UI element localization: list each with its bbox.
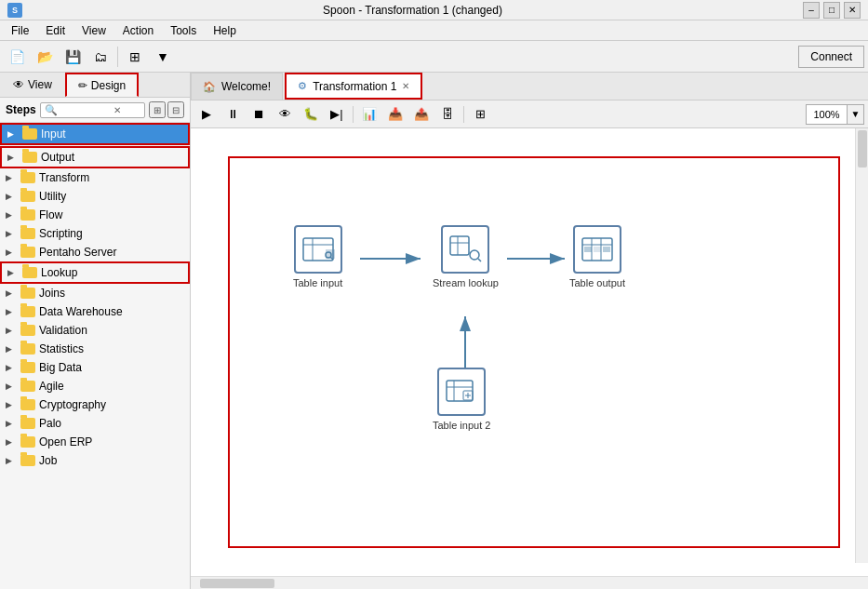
tree-item-output[interactable]: ▶ Output (0, 146, 190, 168)
search-clear-button[interactable]: ✕ (114, 105, 121, 115)
node-label-stream-lookup: Stream lookup (433, 277, 499, 288)
tree-item-bigdata[interactable]: ▶ Big Data (0, 358, 190, 377)
tab-transformation1[interactable]: ⚙ Transformation 1 ✕ (285, 73, 422, 100)
tabs-bar: 🏠 Welcome! ⚙ Transformation 1 ✕ (191, 73, 868, 100)
tree-item-palo[interactable]: ▶ Palo (0, 414, 190, 433)
tree-item-scripting[interactable]: ▶ Scripting (0, 224, 190, 243)
steps-tree: ▶ Input ▶ Output ▶ Transform ▶ Utility (0, 123, 190, 589)
input-fields-button[interactable]: 📥 (383, 103, 407, 126)
tree-item-datawarehouse[interactable]: ▶ Data Warehouse (0, 302, 190, 321)
tree-item-cryptography[interactable]: ▶ Cryptography (0, 395, 190, 414)
show-hide-button[interactable]: ⊞ (468, 103, 492, 126)
new-button[interactable]: 📄 (4, 44, 30, 70)
layers-button[interactable]: ⊞ (122, 44, 148, 70)
menu-bar: File Edit View Action Tools Help (0, 20, 868, 41)
zoom-dropdown[interactable]: ▼ (848, 104, 864, 125)
node-table-output[interactable]: Table output (569, 225, 625, 288)
run-button[interactable]: ▶ (194, 103, 219, 126)
folder-icon-validation (20, 325, 35, 336)
dropdown-button[interactable]: ▼ (150, 44, 176, 70)
tree-label-pentaho: Pentaho Server (39, 246, 116, 259)
folder-icon-joins (20, 288, 35, 299)
horizontal-scroll-thumb[interactable] (200, 579, 274, 588)
tab-close-button[interactable]: ✕ (402, 81, 409, 91)
tree-arrow-output: ▶ (7, 153, 19, 162)
node-table-input[interactable]: Table input (293, 225, 342, 288)
folder-icon-lookup (22, 267, 37, 278)
design-tab[interactable]: ✏ Design (65, 73, 139, 97)
connect-button[interactable]: Connect (798, 46, 864, 68)
pause-button[interactable]: ⏸ (220, 103, 245, 126)
folder-icon-statistics (20, 343, 35, 355)
tree-item-utility[interactable]: ▶ Utility (0, 187, 190, 206)
tree-item-input[interactable]: ▶ Input (0, 123, 190, 145)
open-button[interactable]: 📂 (32, 44, 58, 70)
tree-arrow-agile: ▶ (6, 382, 17, 391)
view-tab[interactable]: 👁 View (0, 73, 65, 97)
tree-item-job[interactable]: ▶ Job (0, 451, 190, 470)
save-as-button[interactable]: 🗂 (87, 44, 114, 70)
app-icon: S (7, 3, 22, 18)
run-options-button[interactable]: ▶| (325, 103, 349, 126)
tree-label-output: Output (41, 151, 74, 164)
stop-button[interactable]: ⏹ (247, 103, 271, 126)
folder-icon-palo (20, 418, 35, 429)
vertical-scroll-thumb[interactable] (858, 130, 867, 167)
menu-file[interactable]: File (4, 22, 36, 39)
tree-item-flow[interactable]: ▶ Flow (0, 206, 190, 224)
title-bar: S Spoon - Transformation 1 (changed) – □… (0, 0, 868, 20)
vertical-scrollbar[interactable] (855, 128, 868, 563)
transformation-tab-icon: ⚙ (298, 80, 307, 92)
svg-rect-21 (603, 247, 610, 252)
horizontal-scrollbar[interactable] (191, 576, 868, 589)
tree-arrow-palo: ▶ (6, 419, 17, 428)
tree-item-pentaho[interactable]: ▶ Pentaho Server (0, 243, 190, 261)
tab-welcome[interactable]: 🏠 Welcome! (191, 73, 283, 100)
zoom-input[interactable] (806, 104, 848, 125)
toolbar-sep-1 (117, 47, 118, 67)
welcome-tab-label: Welcome! (221, 80, 271, 93)
close-button[interactable]: ✕ (844, 2, 861, 19)
folder-icon-agile (20, 381, 35, 392)
save-button[interactable]: 💾 (60, 44, 86, 70)
arrows-svg (230, 158, 838, 546)
step-metrics-button[interactable]: 📊 (357, 103, 381, 126)
folder-icon-scripting (20, 228, 35, 239)
minimize-button[interactable]: – (803, 2, 820, 19)
tree-item-transform[interactable]: ▶ Transform (0, 168, 190, 187)
expand-all-button[interactable]: ⊞ (149, 101, 166, 118)
canvas[interactable]: Table input Stream lookup (191, 128, 868, 576)
tree-item-statistics[interactable]: ▶ Statistics (0, 340, 190, 358)
menu-action[interactable]: Action (115, 22, 161, 39)
node-table-input-2[interactable]: Table input 2 (433, 368, 490, 431)
debug-button[interactable]: 🐛 (299, 103, 323, 126)
tree-arrow-input: ▶ (7, 129, 19, 139)
node-stream-lookup[interactable]: Stream lookup (433, 225, 499, 288)
search-input[interactable] (58, 104, 114, 115)
pencil-icon: ✏ (78, 79, 87, 92)
preview-button[interactable]: 👁 (273, 103, 297, 126)
tree-item-validation[interactable]: ▶ Validation (0, 321, 190, 340)
menu-view[interactable]: View (74, 22, 114, 39)
search-box[interactable]: 🔍 ✕ (40, 102, 145, 118)
tree-item-lookup[interactable]: ▶ Lookup (0, 261, 190, 284)
tree-item-joins[interactable]: ▶ Joins (0, 284, 190, 302)
folder-icon-utility (20, 191, 35, 202)
tree-item-openerp[interactable]: ▶ Open ERP (0, 433, 190, 451)
menu-help[interactable]: Help (206, 22, 244, 39)
tree-arrow-transform: ▶ (6, 173, 17, 182)
tree-item-agile[interactable]: ▶ Agile (0, 377, 190, 395)
maximize-button[interactable]: □ (823, 2, 840, 19)
tree-label-datawarehouse: Data Warehouse (39, 305, 123, 318)
zoom-control: ▼ (806, 104, 864, 125)
view-tab-label: View (28, 78, 52, 91)
svg-point-13 (470, 250, 479, 260)
db-connections-button[interactable]: 🗄 (435, 103, 460, 126)
steps-label: Steps (6, 103, 36, 116)
output-fields-button[interactable]: 📤 (409, 103, 434, 126)
collapse-all-button[interactable]: ⊟ (167, 101, 184, 118)
menu-tools[interactable]: Tools (163, 22, 204, 39)
tree-arrow-job: ▶ (6, 456, 17, 465)
folder-icon-openerp (20, 436, 35, 448)
menu-edit[interactable]: Edit (38, 22, 73, 39)
